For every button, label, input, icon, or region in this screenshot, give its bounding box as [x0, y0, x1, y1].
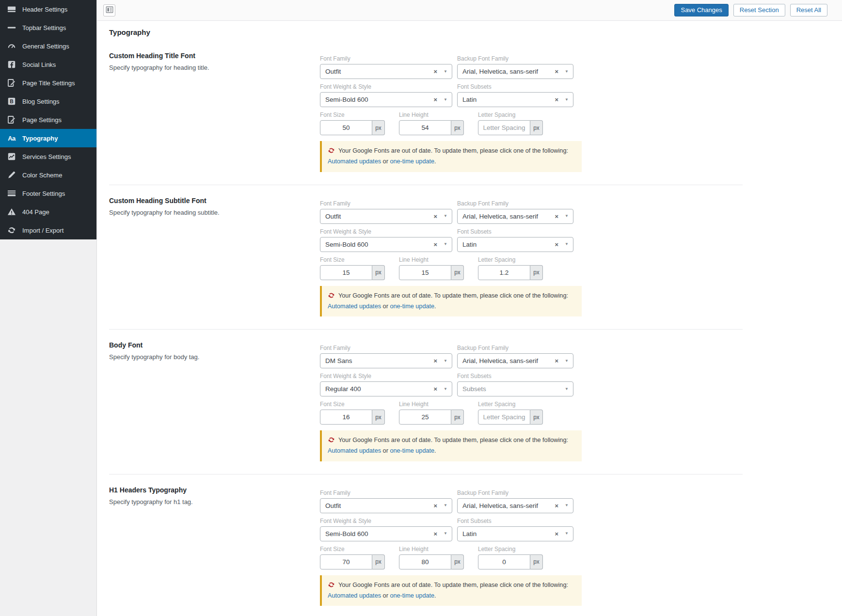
select-value: Regular 400 — [325, 385, 430, 393]
letter-spacing-input[interactable] — [478, 410, 530, 425]
clear-selection-icon[interactable]: × — [433, 241, 437, 248]
font-subsets-select[interactable]: Latin × ▼ — [457, 92, 573, 107]
select-value: Arial, Helvetica, sans-serif — [462, 502, 552, 509]
reset-all-button[interactable]: Reset All — [790, 4, 827, 16]
sidebar-item-404-page[interactable]: 404 Page — [0, 203, 96, 221]
clear-selection-icon[interactable]: × — [555, 68, 558, 75]
line-height-input[interactable] — [399, 120, 451, 135]
save-changes-button[interactable]: Save Changes — [674, 4, 728, 16]
page-edit-icon — [7, 115, 16, 125]
font-size-group: px — [320, 410, 385, 425]
font-weight-select[interactable]: Semi-Bold 600 × ▼ — [320, 526, 452, 541]
letter-spacing-input[interactable] — [478, 120, 530, 135]
sidebar-item-page-title-settings[interactable]: Page Title Settings — [0, 74, 96, 92]
font-weight-row: Font Weight & Style Regular 400 × ▼ Font… — [320, 373, 584, 396]
clear-selection-icon[interactable]: × — [433, 531, 437, 537]
sections: Custom Heading Title Font Specify typogr… — [97, 40, 842, 616]
sidebar-item-import-export[interactable]: Import / Export — [0, 221, 96, 239]
clear-selection-icon[interactable]: × — [555, 241, 558, 248]
font-weight-select[interactable]: Semi-Bold 600 × ▼ — [320, 237, 452, 252]
font-weight-row: Font Weight & Style Semi-Bold 600 × ▼ Fo… — [320, 83, 584, 107]
expand-options-button[interactable] — [103, 4, 115, 16]
letter-spacing-input[interactable] — [478, 554, 530, 569]
automated-updates-link[interactable]: Automated updates — [328, 592, 381, 599]
clear-selection-icon[interactable]: × — [555, 213, 558, 220]
layout-panel-icon — [106, 6, 113, 15]
section-info: Custom Heading Subtitle Font Specify typ… — [109, 197, 320, 317]
line-height-input[interactable] — [399, 410, 451, 425]
font-weight-field: Font Weight & Style Semi-Bold 600 × ▼ — [320, 83, 452, 107]
font-family-select[interactable]: Outfit × ▼ — [320, 498, 452, 513]
font-family-select[interactable]: Outfit × ▼ — [320, 209, 452, 224]
size-row: Font Size px Line Height px Letter Spaci… — [320, 111, 584, 135]
warning-text-or: or — [381, 447, 390, 454]
automated-updates-link[interactable]: Automated updates — [328, 447, 381, 454]
font-subsets-select[interactable]: Subsets × ▼ — [457, 381, 573, 396]
font-subsets-field: Font Subsets Latin × ▼ — [457, 228, 573, 252]
red-sync-icon — [328, 147, 335, 157]
line-height-input[interactable] — [399, 554, 451, 569]
letter-spacing-input[interactable] — [478, 265, 530, 280]
sidebar-item-social-links[interactable]: Social Links — [0, 55, 96, 74]
clear-selection-icon[interactable]: × — [433, 68, 437, 75]
sidebar-item-topbar-settings[interactable]: Topbar Settings — [0, 18, 96, 37]
sidebar-item-services-settings[interactable]: Services Settings — [0, 147, 96, 166]
line-height-label: Line Height — [399, 256, 478, 263]
font-size-input[interactable] — [320, 554, 372, 569]
clear-selection-icon[interactable]: × — [433, 503, 437, 509]
font-size-input[interactable] — [320, 265, 372, 280]
clear-selection-icon[interactable]: × — [433, 213, 437, 220]
font-family-label: Font Family — [320, 55, 452, 62]
font-family-select[interactable]: DM Sans × ▼ — [320, 353, 452, 368]
sidebar-item-typography[interactable]: Aa Typography — [0, 129, 96, 147]
font-size-input[interactable] — [320, 410, 372, 425]
select-value: Semi-Bold 600 — [325, 96, 430, 103]
clear-selection-icon[interactable]: × — [433, 96, 437, 103]
clear-selection-icon[interactable]: × — [433, 358, 437, 364]
one-time-update-link[interactable]: one-time update — [390, 447, 434, 454]
reset-section-button[interactable]: Reset Section — [733, 4, 785, 16]
line-height-input[interactable] — [399, 265, 451, 280]
size-row: Font Size px Line Height px Letter Spaci… — [320, 256, 584, 280]
one-time-update-link[interactable]: one-time update — [390, 303, 434, 310]
sidebar-item-footer-settings[interactable]: Footer Settings — [0, 184, 96, 203]
sidebar-item-color-scheme[interactable]: Color Scheme — [0, 166, 96, 184]
sidebar-item-blog-settings[interactable]: B Blog Settings — [0, 92, 96, 111]
font-weight-label: Font Weight & Style — [320, 373, 452, 379]
font-family-select[interactable]: Outfit × ▼ — [320, 64, 452, 79]
letter-spacing-label: Letter Spacing — [478, 401, 557, 408]
line-height-group: px — [399, 410, 464, 425]
one-time-update-link[interactable]: one-time update — [390, 158, 434, 165]
sidebar-item-header-settings[interactable]: Header Settings — [0, 0, 96, 18]
clear-selection-icon[interactable]: × — [433, 386, 437, 392]
clear-selection-icon[interactable]: × — [555, 531, 558, 537]
automated-updates-link[interactable]: Automated updates — [328, 303, 381, 310]
chevron-down-icon: ▼ — [444, 359, 447, 363]
font-weight-label: Font Weight & Style — [320, 518, 452, 524]
clear-selection-icon[interactable]: × — [555, 96, 558, 103]
sidebar-item-general-settings[interactable]: General Settings — [0, 37, 96, 55]
backup-font-family-select[interactable]: Arial, Helvetica, sans-serif × ▼ — [457, 64, 573, 79]
font-subsets-select[interactable]: Latin × ▼ — [457, 526, 573, 541]
font-size-input[interactable] — [320, 120, 372, 135]
section-info: Body Font Specify typography for body ta… — [109, 341, 320, 461]
section-description: Specify typography for heading subtitle. — [109, 209, 305, 216]
backup-font-family-select[interactable]: Arial, Helvetica, sans-serif × ▼ — [457, 353, 573, 368]
backup-font-family-select[interactable]: Arial, Helvetica, sans-serif × ▼ — [457, 209, 573, 224]
sidebar-item-label: Color Scheme — [22, 172, 62, 179]
font-subsets-select[interactable]: Latin × ▼ — [457, 237, 573, 252]
letter-spacing-group: px — [478, 120, 543, 135]
font-weight-select[interactable]: Regular 400 × ▼ — [320, 381, 452, 396]
font-subsets-field: Font Subsets Latin × ▼ — [457, 518, 573, 541]
sidebar-item-page-settings[interactable]: Page Settings — [0, 111, 96, 129]
one-time-update-link[interactable]: one-time update — [390, 592, 434, 599]
line-height-field: Line Height px — [399, 401, 478, 425]
backup-font-family-select[interactable]: Arial, Helvetica, sans-serif × ▼ — [457, 498, 573, 513]
font-weight-select[interactable]: Semi-Bold 600 × ▼ — [320, 92, 452, 107]
clear-selection-icon[interactable]: × — [555, 358, 558, 364]
clear-selection-icon[interactable]: × — [555, 503, 558, 509]
automated-updates-link[interactable]: Automated updates — [328, 158, 381, 165]
sidebar-item-label: Header Settings — [22, 6, 67, 13]
section-info: H1 Headers Typography Specify typography… — [109, 486, 320, 606]
google-fonts-warning: Your Google Fonts are out of date. To up… — [320, 575, 582, 606]
